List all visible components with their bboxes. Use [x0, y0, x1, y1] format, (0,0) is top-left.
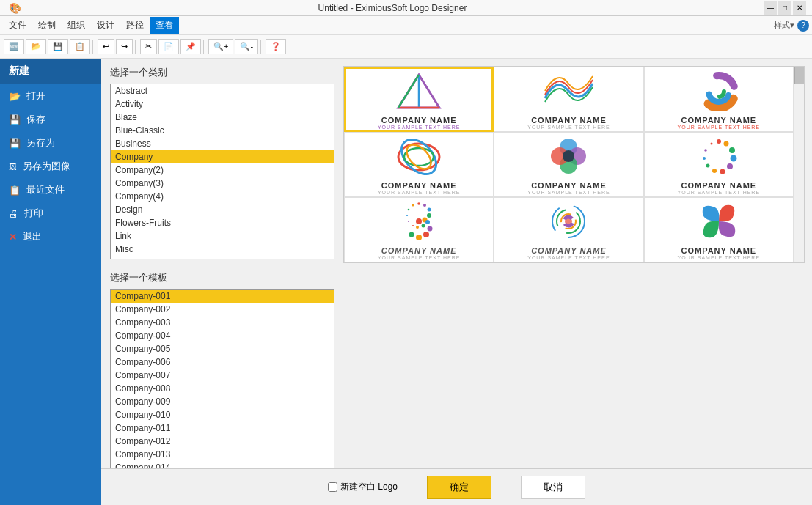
logo-sub-7: YOUR SAMPLE TEXT HERE: [378, 255, 461, 260]
logo-cell-5[interactable]: COMPANY NAME YOUR SAMPLE TEXT HERE: [494, 132, 643, 197]
template-item[interactable]: Company-008: [111, 382, 334, 395]
menu-path[interactable]: 路径: [120, 17, 150, 34]
recent-icon: 📋: [9, 185, 21, 196]
sidebar-save[interactable]: 💾 保存: [0, 108, 101, 131]
new-btn[interactable]: 🆕: [4, 39, 24, 54]
menu-file[interactable]: 文件: [3, 17, 32, 34]
help-icon[interactable]: ?: [797, 20, 809, 32]
list-item[interactable]: Misc: [111, 243, 334, 256]
logo-name-5: COMPANY NAME: [531, 181, 607, 190]
template-item-selected[interactable]: Company-001: [111, 290, 334, 303]
category-list-container: Abstract Activity Blaze Blue-Classic Bus…: [110, 84, 334, 259]
list-item[interactable]: Design: [111, 203, 334, 216]
redo-btn[interactable]: ↪: [116, 39, 133, 54]
confirm-button[interactable]: 确定: [427, 476, 491, 499]
logo-cell-2[interactable]: COMPANY NAME YOUR SAMPLE TEXT HERE: [494, 67, 643, 132]
template-list[interactable]: Company-001 Company-002 Company-003 Comp…: [111, 290, 334, 468]
template-item[interactable]: Company-004: [111, 329, 334, 342]
list-item[interactable]: Business: [111, 137, 334, 150]
sidebar-recent[interactable]: 📋 最近文件: [0, 178, 101, 202]
template-item[interactable]: Company-005: [111, 342, 334, 355]
save-btn[interactable]: 💾: [48, 39, 68, 54]
undo-btn[interactable]: ↩: [98, 39, 114, 54]
style-selector[interactable]: 样式▾: [774, 20, 794, 31]
logo-sub-8: YOUR SAMPLE TEXT HERE: [527, 255, 610, 260]
sidebar-saveas[interactable]: 💾 另存为: [0, 131, 101, 155]
zoomin-btn[interactable]: 🔍+: [208, 39, 233, 54]
export-label: 另存为图像: [23, 160, 70, 173]
list-item[interactable]: Flowers-Fruits: [111, 216, 334, 229]
logo-icon-3: [690, 69, 748, 113]
help-btn[interactable]: ❓: [266, 39, 286, 54]
logo-cell-3[interactable]: COMPANY NAME YOUR SAMPLE TEXT HERE: [644, 67, 794, 132]
logo-icon-5: [539, 134, 598, 178]
copy-btn[interactable]: 📄: [158, 39, 179, 54]
svg-point-25: [703, 157, 706, 160]
template-item[interactable]: Company-002: [111, 303, 334, 316]
cancel-button[interactable]: 取消: [521, 476, 585, 499]
list-item[interactable]: Company(4): [111, 190, 334, 203]
template-item[interactable]: Company-012: [111, 435, 334, 448]
logo-cell-7[interactable]: COMPANY NAME YOUR SAMPLE TEXT HERE: [344, 197, 494, 262]
new-blank-logo-checkbox[interactable]: 新建空白 Logo: [328, 481, 398, 493]
sidebar-exit[interactable]: ✕ 退出: [0, 225, 101, 248]
logo-sub-9: YOUR SAMPLE TEXT HERE: [678, 255, 761, 260]
saveas-btn[interactable]: 📋: [70, 39, 90, 54]
template-item[interactable]: Company-009: [111, 395, 334, 408]
blank-logo-input[interactable]: [328, 482, 337, 492]
svg-point-34: [412, 204, 414, 207]
scroll-thumb[interactable]: [794, 67, 805, 84]
logo-cell-8[interactable]: COMPANY NAME YOUR SAMPLE TEXT HERE: [494, 197, 643, 262]
menu-draw[interactable]: 绘制: [32, 17, 62, 34]
open-btn[interactable]: 📂: [26, 39, 46, 54]
logo-cell-9[interactable]: COMPANY NAME YOUR SAMPLE TEXT HERE: [644, 197, 794, 262]
paste-btn[interactable]: 📌: [180, 39, 201, 54]
svg-point-31: [428, 208, 431, 212]
exit-icon: ✕: [9, 232, 17, 243]
svg-point-18: [723, 141, 728, 147]
category-list[interactable]: Abstract Activity Blaze Blue-Classic Bus…: [111, 84, 334, 259]
template-item[interactable]: Company-013: [111, 448, 334, 461]
print-label: 打印: [24, 207, 43, 220]
template-item[interactable]: Company-006: [111, 355, 334, 369]
sidebar-open[interactable]: 📂 打开: [0, 84, 101, 108]
template-item[interactable]: Company-011: [111, 421, 334, 435]
scrollbar[interactable]: [794, 67, 804, 262]
template-item[interactable]: Company-014: [111, 461, 334, 468]
close-button[interactable]: ✕: [793, 1, 806, 15]
template-item[interactable]: Company-010: [111, 408, 334, 421]
logo-cell-1[interactable]: COMPANY NAME YOUR SAMPLE TEXT HERE: [344, 67, 494, 132]
logo-name-3: COMPANY NAME: [681, 116, 756, 125]
zoomout-btn[interactable]: 🔍-: [235, 39, 258, 54]
logo-icon-4: [389, 134, 448, 178]
logo-icon-8: [539, 199, 598, 243]
list-item[interactable]: Activity: [111, 97, 334, 111]
sidebar-export-image[interactable]: 🖼 另存为图像: [0, 155, 101, 178]
list-item[interactable]: Abstract: [111, 84, 334, 97]
list-item-selected[interactable]: Company: [111, 150, 334, 163]
template-item[interactable]: Company-003: [111, 316, 334, 329]
menu-organize[interactable]: 组织: [62, 17, 91, 34]
menu-design[interactable]: 设计: [91, 17, 120, 34]
sidebar-new-label: 新建: [0, 59, 101, 84]
list-item[interactable]: Blue-Classic: [111, 124, 334, 137]
svg-point-30: [427, 213, 431, 218]
exit-label: 退出: [23, 230, 42, 243]
menu-view[interactable]: 查看: [150, 17, 179, 34]
save-icon: 💾: [9, 114, 21, 125]
cut-btn[interactable]: ✂: [140, 39, 157, 54]
template-section: 选择一个模板 Company-001 Company-002 Company-0…: [110, 271, 334, 468]
template-item[interactable]: Company-007: [111, 369, 334, 382]
list-item[interactable]: Link: [111, 229, 334, 243]
list-item[interactable]: Company(2): [111, 163, 334, 177]
list-item[interactable]: Blaze: [111, 111, 334, 124]
minimize-button[interactable]: —: [764, 1, 777, 15]
svg-point-27: [710, 143, 712, 145]
sidebar-print[interactable]: 🖨 打印: [0, 202, 101, 225]
list-item[interactable]: Nature: [111, 256, 334, 259]
maximize-button[interactable]: □: [778, 1, 791, 15]
logo-cell-6[interactable]: COMPANY NAME YOUR SAMPLE TEXT HERE: [644, 132, 794, 197]
logo-cell-4[interactable]: COMPANY NAME YOUR SAMPLE TEXT HERE: [344, 132, 494, 197]
list-item[interactable]: Company(3): [111, 177, 334, 190]
svg-point-35: [408, 209, 410, 211]
